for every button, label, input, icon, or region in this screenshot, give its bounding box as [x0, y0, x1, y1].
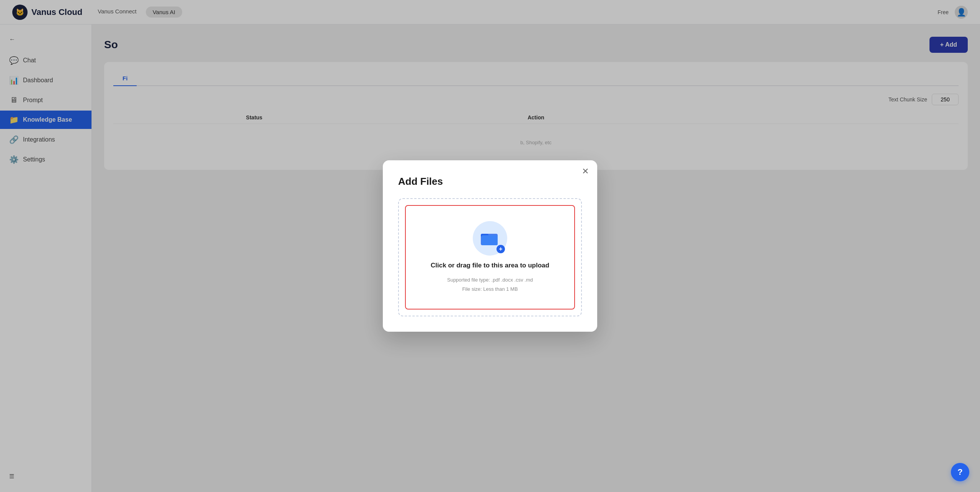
folder-icon-wrap: + [473, 221, 507, 256]
modal-overlay[interactable]: ✕ Add Files + Click or drag file to this… [0, 0, 980, 492]
upload-sub-line1: Supported file type: .pdf .docx .csv .md [447, 275, 533, 284]
plus-badge: + [497, 245, 505, 253]
upload-drop-zone[interactable]: + Click or drag file to this area to upl… [405, 205, 575, 310]
help-button[interactable]: ? [951, 463, 969, 481]
upload-sub-line2: File size: Less than 1 MB [447, 285, 533, 293]
modal-title: Add Files [398, 176, 582, 187]
upload-main-text: Click or drag file to this area to uploa… [431, 262, 549, 269]
upload-outer[interactable]: + Click or drag file to this area to upl… [398, 198, 582, 316]
upload-sub-text: Supported file type: .pdf .docx .csv .md… [447, 275, 533, 293]
add-files-modal: ✕ Add Files + Click or drag file to this… [383, 160, 597, 332]
modal-close-button[interactable]: ✕ [582, 167, 589, 176]
folder-icon [480, 228, 500, 248]
svg-rect-4 [482, 235, 498, 245]
